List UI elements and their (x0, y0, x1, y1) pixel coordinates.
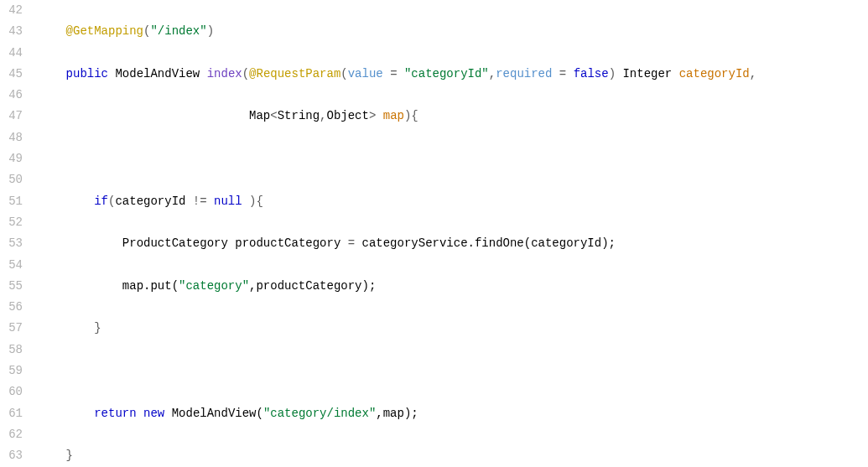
attr-name: value (348, 67, 383, 80)
line-number: 63 (0, 445, 23, 466)
line-number: 48 (0, 127, 23, 148)
paren: ) (207, 24, 214, 38)
code-line-49: } (38, 318, 868, 339)
type: ProductCategory (122, 236, 228, 250)
param-name: categoryId (679, 67, 750, 80)
call-expression: categoryService.findOne(categoryId); (362, 236, 616, 250)
line-number: 46 (0, 85, 23, 106)
angle-bracket: < (270, 109, 277, 122)
boolean-literal: false (574, 67, 609, 80)
code-line-47: ProductCategory productCategory = catego… (38, 233, 868, 254)
line-number: 61 (0, 403, 23, 424)
paren: ( (242, 67, 249, 80)
string-literal: "category/index" (263, 407, 376, 420)
type: ModelAndView (115, 67, 200, 80)
keyword-new: new (143, 407, 164, 420)
brace: ){ (242, 195, 263, 208)
code-line-45 (38, 148, 868, 169)
type: Object (327, 109, 369, 122)
line-number: 47 (0, 106, 23, 127)
variable: categoryId (115, 195, 185, 208)
code-line-48: map.put("category",productCategory); (38, 276, 868, 297)
type: Map (249, 109, 270, 122)
equals: = (340, 236, 361, 250)
call-rest: ,productCategory); (249, 279, 376, 293)
operator: != (185, 195, 214, 208)
keyword-return: return (94, 407, 136, 420)
code-line-43: public ModelAndView index(@RequestParam(… (38, 64, 868, 85)
string-literal: "/index" (150, 24, 206, 38)
call-expression: map.put( (122, 279, 179, 293)
line-number: 60 (0, 381, 23, 402)
line-number: 49 (0, 148, 23, 169)
code-line-50 (38, 361, 868, 381)
code-line-52: } (38, 445, 868, 466)
method-name: index (207, 67, 242, 80)
paren: ( (340, 67, 347, 80)
string-literal: "categoryId" (404, 67, 489, 80)
type: Integer (622, 67, 672, 80)
line-number: 53 (0, 233, 23, 254)
annotation: @RequestParam (249, 67, 340, 80)
call-rest: ,map); (376, 407, 418, 420)
line-number: 58 (0, 340, 23, 361)
line-number: 45 (0, 64, 23, 85)
code-line-46: if(categoryId != null ){ (38, 191, 868, 212)
line-number: 62 (0, 424, 23, 445)
line-number-gutter: 42 43 44 45 46 47 48 49 50 51 52 53 54 5… (0, 0, 38, 467)
variable: productCategory (235, 236, 340, 250)
line-number: 50 (0, 169, 23, 190)
line-number: 43 (0, 21, 23, 42)
string-literal: "category" (179, 279, 249, 293)
code-line-44: Map<String,Object> map){ (38, 106, 868, 127)
angle-bracket: > (369, 109, 376, 122)
equals: = (552, 67, 573, 80)
line-number: 51 (0, 191, 23, 212)
line-number: 44 (0, 43, 23, 64)
line-number: 56 (0, 297, 23, 318)
equals: = (383, 67, 404, 80)
code-line-42: @GetMapping("/index") (38, 21, 868, 42)
line-number: 42 (0, 0, 23, 21)
keyword-if: if (94, 195, 108, 208)
param-name: map (383, 109, 404, 122)
null-literal: null (214, 195, 242, 208)
brace: ){ (404, 109, 418, 122)
code-line-51: return new ModelAndView("category/index"… (38, 403, 868, 424)
line-number: 52 (0, 212, 23, 233)
ctor: ModelAndView( (172, 407, 263, 420)
comma: , (489, 67, 496, 80)
code-area: @GetMapping("/index") public ModelAndVie… (38, 0, 868, 467)
attr-name: required (496, 67, 552, 80)
keyword-public: public (66, 67, 108, 80)
brace: } (66, 449, 73, 462)
annotation: @GetMapping (66, 24, 143, 38)
line-number: 54 (0, 255, 23, 276)
brace: } (94, 321, 101, 335)
type: String (278, 109, 320, 122)
line-number: 59 (0, 361, 23, 381)
comma: , (750, 67, 756, 80)
comma: , (320, 109, 326, 122)
line-number: 55 (0, 276, 23, 297)
line-number: 57 (0, 318, 23, 339)
paren: ) (609, 67, 623, 80)
